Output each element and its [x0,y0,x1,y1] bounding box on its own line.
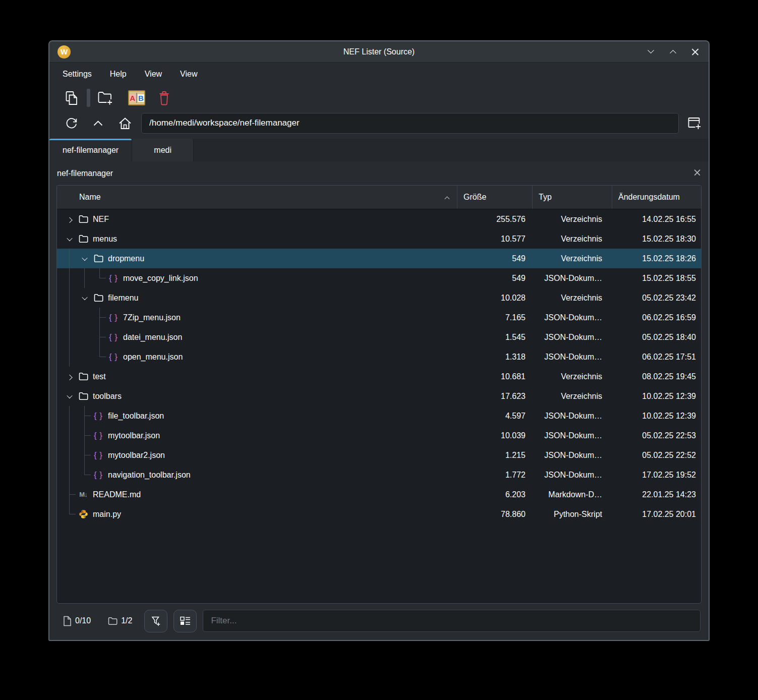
file-name: main.py [93,504,121,524]
add-filter-button[interactable] [144,610,167,632]
table-row[interactable]: { }file_toolbar.json4.597JSON-Dokum…10.0… [57,406,701,426]
tree-guide [77,308,92,327]
chevron-down-icon[interactable] [77,288,92,308]
tree-guide [62,288,77,308]
table-row[interactable]: toolbars17.623Verzeichnis10.02.25 12:39 [57,386,701,406]
table-row[interactable]: dropmenu549Verzeichnis15.02.25 18:26 [57,249,701,268]
table-row[interactable]: { }datei_menu.json1.545JSON-Dokum…05.02.… [57,327,701,347]
column-header-date[interactable]: Änderungsdatum [612,186,701,209]
file-name: test [93,367,106,386]
json-icon: { } [92,465,104,485]
minimize-button[interactable] [645,46,656,57]
table-row[interactable]: { }mytoolbar.json10.039JSON-Dokum…05.02.… [57,426,701,445]
json-icon: { } [92,426,104,445]
tree-guide [77,268,92,288]
home-button[interactable] [118,116,132,130]
tab-nef-filemanager[interactable]: nef-filemanager [49,139,132,161]
refresh-icon [65,116,78,130]
view-mode-button[interactable] [173,610,197,632]
menu-item-view[interactable]: View [172,66,205,82]
toolbar-separator [87,89,90,107]
tree-guide [62,406,77,426]
table-row[interactable]: { }move_copy_link.json549JSON-Dokum…15.0… [57,268,701,288]
tree-guide [77,327,92,347]
go-up-button[interactable] [91,116,105,130]
file-date: 10.02.25 12:39 [612,406,701,426]
table-row[interactable]: test10.681Verzeichnis08.02.25 19:45 [57,367,701,386]
tree-connector [92,308,107,327]
json-icon: { } [92,445,104,465]
tree-connector [92,327,107,347]
main-toolbar: AB [49,85,709,110]
file-size: 10.028 [457,288,533,308]
file-type: JSON-Dokum… [533,347,612,367]
title-bar[interactable]: W NEF Lister (Source) [49,41,709,63]
file-name: file_toolbar.json [108,406,164,426]
table-row[interactable]: M↓README.md6.203Markdown-D…22.01.25 14:2… [57,485,701,504]
file-date: 06.02.25 17:51 [612,347,701,367]
refresh-button[interactable] [65,116,78,130]
chevron-down-icon[interactable] [62,229,77,249]
tab-medi[interactable]: medi [132,139,194,161]
new-tab-button[interactable] [687,116,702,130]
file-name: mytoolbar2.json [108,445,165,465]
file-date: 05.02.25 18:40 [612,327,701,347]
filter-input[interactable] [203,610,701,632]
address-input[interactable] [141,113,679,134]
table-row[interactable]: { }navigation_toolbar.json1.772JSON-Doku… [57,465,701,485]
column-header-size[interactable]: Größe [457,186,533,209]
app-logo-icon: W [57,45,71,59]
table-row[interactable]: NEF255.576Verzeichnis14.02.25 16:55 [57,209,701,229]
menu-item-help[interactable]: Help [102,66,134,82]
markdown-icon: M↓ [77,485,89,504]
chevron-up-icon [91,116,105,130]
file-tree-body: NEF255.576Verzeichnis14.02.25 16:55menus… [57,209,701,603]
chevron-down-icon[interactable] [62,386,77,406]
menu-item-view[interactable]: View [137,66,169,82]
folder-icon [108,617,118,625]
dock-close-button[interactable] [694,169,701,178]
close-button[interactable] [689,46,701,57]
copy-button[interactable] [65,91,79,105]
column-header-type[interactable]: Typ [533,186,612,209]
column-header-name[interactable]: Name [57,186,457,209]
file-size: 10.039 [457,426,533,445]
file-size: 7.165 [457,308,533,327]
table-row[interactable]: main.py78.860Python-Skript17.02.25 20:01 [57,504,701,524]
rename-icon: A [129,94,136,102]
file-size: 549 [457,249,533,268]
json-icon: { } [107,347,120,367]
rename-button[interactable]: AB [128,90,145,105]
file-date: 15.02.25 18:30 [612,229,701,249]
tree-connector [77,406,92,426]
file-size: 10.681 [457,367,533,386]
file-type: Markdown-D… [533,485,612,504]
table-row[interactable]: { }mytoolbar2.json1.215JSON-Dokum…05.02.… [57,445,701,465]
chevron-down-icon[interactable] [77,249,92,268]
filter-funnel-icon [150,615,162,627]
chevron-right-icon[interactable] [62,209,77,229]
file-size: 78.860 [457,504,533,524]
file-date: 14.02.25 16:55 [612,209,701,229]
maximize-button[interactable] [667,46,678,57]
file-size: 1.318 [457,347,533,367]
window-controls [645,46,701,57]
delete-button[interactable] [158,91,170,105]
folder-count: 1/2 [108,616,132,625]
chevron-right-icon[interactable] [62,367,77,386]
menu-item-settings[interactable]: Settings [55,66,99,82]
table-row[interactable]: { }7Zip_menu.json7.165JSON-Dokum…06.02.2… [57,308,701,327]
file-table: Name Größe Typ Änderungsdatum NEF255.576… [56,185,702,604]
tree-connector [92,347,107,367]
table-row[interactable]: { }open_menu.json1.318JSON-Dokum…06.02.2… [57,347,701,367]
new-tab-icon [687,116,702,130]
copy-icon [65,91,79,105]
tree-guide [77,347,92,367]
table-row[interactable]: filemenu10.028Verzeichnis05.02.25 23:42 [57,288,701,308]
status-bar: 0/10 1/2 [49,604,709,640]
file-date: 15.02.25 18:55 [612,268,701,288]
table-row[interactable]: menus10.577Verzeichnis15.02.25 18:30 [57,229,701,249]
file-type: JSON-Dokum… [533,308,612,327]
file-type: JSON-Dokum… [533,327,612,347]
new-folder-button[interactable] [97,91,113,105]
